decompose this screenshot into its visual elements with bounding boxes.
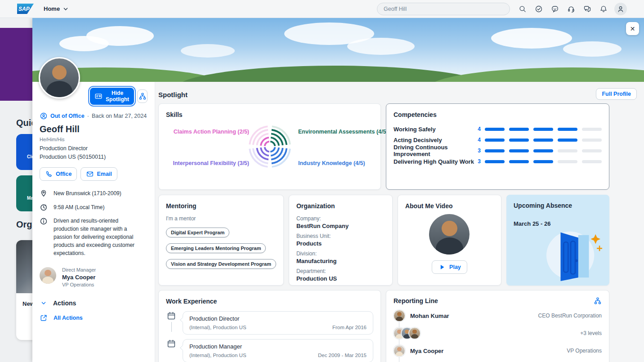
skills-card: Skills Claims Action Planning (2/5)Envir… bbox=[158, 103, 381, 190]
skills-radial-chart bbox=[248, 125, 291, 168]
competencies-card-title: Competencies bbox=[394, 111, 602, 118]
topbar-icon-group bbox=[514, 3, 612, 15]
all-actions-link[interactable]: All Actions bbox=[40, 314, 148, 322]
mentoring-card-title: Mentoring bbox=[166, 202, 276, 210]
rating-segment bbox=[582, 160, 602, 163]
home-menu-label: Home bbox=[44, 5, 60, 12]
upcoming-absence-card: Upcoming Absence March 25 - 26 bbox=[506, 195, 609, 286]
search-input[interactable] bbox=[377, 3, 510, 15]
timeline-connector bbox=[171, 322, 172, 332]
all-actions-icon bbox=[40, 314, 48, 322]
user-avatar-button[interactable] bbox=[614, 3, 627, 15]
pronouns: He/Him/His bbox=[40, 137, 148, 142]
background-section-heading: Orga bbox=[16, 219, 32, 230]
rating-segment bbox=[582, 128, 602, 131]
person-title: VP Operations bbox=[567, 348, 602, 354]
home-menu[interactable]: Home bbox=[44, 5, 70, 13]
status-back-date: Back on Mar 27, 2024 bbox=[92, 113, 147, 119]
employee-name: Geoff Hill bbox=[40, 124, 148, 134]
org-field-value: Products bbox=[296, 240, 385, 247]
position-detail: (Internal), Production US bbox=[189, 325, 246, 330]
video-thumbnail bbox=[429, 214, 470, 255]
assistant-chat-icon[interactable] bbox=[547, 3, 563, 15]
info-icon bbox=[40, 217, 48, 225]
email-button[interactable]: Email bbox=[80, 167, 117, 181]
position-dates: From Apr 2016 bbox=[332, 325, 367, 330]
support-headset-icon[interactable] bbox=[563, 3, 579, 15]
bio-text: Driven and results-oriented production s… bbox=[54, 217, 142, 257]
competency-row: Delivering High Quality Work3 bbox=[394, 156, 602, 167]
phone-icon bbox=[45, 170, 53, 178]
rating-segment bbox=[533, 160, 553, 163]
hide-spotlight-button[interactable]: Hide Spotlight bbox=[90, 88, 134, 105]
reporting-line-card-title: Reporting Line bbox=[394, 297, 438, 304]
rating-segment bbox=[558, 149, 577, 152]
org-chart-button[interactable] bbox=[137, 89, 148, 103]
competency-row: Working Safely4 bbox=[394, 124, 602, 134]
actions-toggle[interactable]: Actions bbox=[40, 299, 148, 307]
office-phone-button[interactable]: Office bbox=[40, 167, 77, 181]
badge-icon bbox=[94, 92, 103, 100]
clock-icon bbox=[40, 203, 48, 211]
background-news-card[interactable]: New bbox=[16, 240, 32, 340]
news-card-label: New bbox=[22, 300, 32, 307]
reporting-person-row: Mohan KumarCEO BestRun Corporation bbox=[394, 309, 602, 322]
work-experience-item: Production Manager(Internal), Production… bbox=[183, 339, 373, 362]
close-overlay-button[interactable]: ✕ bbox=[626, 22, 639, 35]
org-field-label: Department: bbox=[296, 268, 385, 275]
org-field-label: Company: bbox=[296, 215, 385, 222]
person-avatar bbox=[394, 310, 405, 322]
person-name[interactable]: Mya Cooper bbox=[410, 348, 443, 354]
todos-icon[interactable] bbox=[531, 3, 547, 15]
rating-segment bbox=[558, 128, 577, 131]
notifications-bell-icon[interactable] bbox=[595, 3, 612, 15]
rating-segment bbox=[509, 149, 529, 152]
rating-segment bbox=[509, 160, 529, 163]
rating-segment bbox=[509, 128, 529, 131]
person-name[interactable]: Mohan Kumar bbox=[410, 313, 449, 319]
reporting-person-row: Mya CooperVP Operations bbox=[394, 344, 602, 358]
person-title: CEO BestRun Corporation bbox=[538, 313, 602, 319]
profile-side-panel: Hide Spotlight Out of Office · Back on M… bbox=[32, 82, 155, 362]
quick-action-tile-blue[interactable]: Clo bbox=[16, 134, 32, 170]
org-field-label: Division: bbox=[296, 250, 385, 257]
chevron-down-icon bbox=[62, 5, 70, 13]
envelope-icon bbox=[86, 170, 94, 178]
skill-label[interactable]: Claims Action Planning (2/5) bbox=[174, 129, 249, 135]
skill-label[interactable]: Interpersonal Flexibility (3/5) bbox=[173, 160, 250, 166]
manager-label: Direct Manager bbox=[62, 267, 96, 273]
spotlight-title: Spotlight bbox=[158, 91, 188, 98]
person-avatar bbox=[394, 345, 405, 357]
organization-card: Organization Company:BestRun CompanyBusi… bbox=[289, 195, 393, 286]
department-id: Production US (50150011) bbox=[40, 154, 148, 160]
competency-bars bbox=[485, 149, 602, 152]
full-profile-button[interactable]: Full Profile bbox=[596, 88, 637, 100]
rating-segment bbox=[533, 139, 553, 142]
work-experience-entry: Production Manager(Internal), Production… bbox=[166, 339, 373, 362]
news-card-photo bbox=[16, 240, 32, 293]
search-icon[interactable] bbox=[514, 3, 531, 15]
quick-action-tile-teal[interactable]: Mana bbox=[16, 175, 32, 211]
work-experience-card-title: Work Experience bbox=[166, 298, 373, 305]
rating-segment bbox=[509, 139, 529, 142]
mentoring-program-tag: Emerging Leaders Mentoring Program bbox=[166, 243, 266, 253]
levels-avatar-stack[interactable] bbox=[394, 327, 416, 339]
feedback-chat-icon[interactable] bbox=[579, 3, 595, 15]
person-icon bbox=[617, 5, 625, 13]
skill-label[interactable]: Industry Knowledge (4/5) bbox=[298, 160, 365, 166]
background-home-page: Quic Clo Mana Orga New bbox=[0, 18, 32, 362]
rating-segment bbox=[558, 139, 577, 142]
org-chart-icon[interactable] bbox=[594, 297, 602, 305]
organization-card-title: Organization bbox=[296, 202, 385, 210]
play-video-button[interactable]: Play bbox=[432, 260, 467, 274]
skill-label[interactable]: Environmental Assessments (4/5) bbox=[298, 129, 388, 135]
rating-segment bbox=[485, 139, 505, 142]
rating-segment bbox=[558, 160, 577, 163]
status-label: Out of Office bbox=[50, 113, 85, 119]
competency-bars bbox=[485, 128, 602, 131]
competency-name: Driving Continuous Improvement bbox=[394, 144, 478, 157]
manager-name[interactable]: Mya Cooper bbox=[62, 274, 96, 281]
competency-rating: 4 bbox=[478, 137, 481, 143]
position-title: Production Director bbox=[189, 315, 367, 322]
competency-rating: 3 bbox=[478, 147, 481, 154]
